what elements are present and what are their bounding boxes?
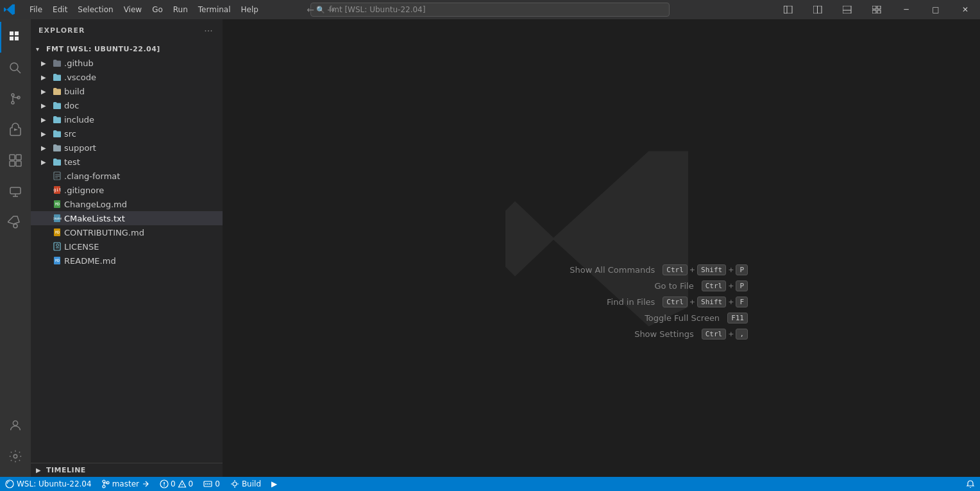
file-changelog-icon: MD [51, 199, 63, 209]
main-body: EXPLORER ··· ▾ FMT [WSL: UBUNTU-22.04] ▶… [0, 19, 980, 477]
panel-layout-btn[interactable] [832, 0, 862, 19]
kbd-ctrl-2: Ctrl [702, 280, 727, 291]
label-readme: README.md [63, 256, 223, 266]
tree-item-license[interactable]: LICENSE [31, 239, 223, 254]
activity-remote-explorer[interactable] [0, 176, 31, 207]
menu-terminal[interactable]: Terminal [193, 3, 236, 17]
shortcut-label-find: Find in Files [607, 297, 655, 307]
menu-view[interactable]: View [119, 3, 147, 17]
tree-item-github[interactable]: ▶ .github [31, 56, 223, 70]
split-editor-btn[interactable] [803, 0, 832, 19]
tree-item-support[interactable]: ▶ support [31, 141, 223, 155]
activity-settings[interactable] [0, 441, 31, 472]
label-test: test [63, 157, 223, 167]
status-build[interactable]: Build [225, 477, 266, 491]
svg-point-47 [103, 485, 105, 488]
tree-item-contributing[interactable]: MD CONTRIBUTING.md [31, 225, 223, 239]
close-button[interactable]: ✕ [950, 0, 980, 19]
timeline-section[interactable]: ▶ TIMELINE [31, 463, 223, 477]
chevron-test: ▶ [41, 159, 51, 166]
status-errors[interactable]: 0 0 [155, 477, 198, 491]
activity-run-debug[interactable] [0, 114, 31, 145]
kbd-p-2: P [736, 280, 748, 291]
tree-item-include[interactable]: ▶ include [31, 112, 223, 126]
maximize-button[interactable]: □ [921, 0, 950, 19]
shortcuts-panel: Show All Commands Ctrl + Shift + P Go to… [504, 264, 748, 340]
root-label: FMT [WSL: UBUNTU-22.04] [46, 45, 160, 53]
customize-layout-btn[interactable] [862, 0, 891, 19]
tree-item-src[interactable]: ▶ src [31, 126, 223, 141]
activity-bottom [0, 410, 31, 477]
svg-rect-4 [843, 6, 851, 13]
svg-rect-21 [10, 187, 21, 194]
tree-item-cmakelists[interactable]: cmake CMakeLists.txt [31, 211, 223, 225]
menu-go[interactable]: Go [147, 3, 168, 17]
nav-back-button[interactable]: ← [301, 2, 319, 17]
tree-item-test[interactable]: ▶ test [31, 155, 223, 169]
status-run[interactable]: ▶ [266, 477, 282, 491]
svg-text:git: git [53, 187, 62, 193]
tree-item-clang-format[interactable]: .clang-format [31, 169, 223, 183]
kbd-comma-5: , [736, 329, 748, 340]
shortcut-row-commands: Show All Commands Ctrl + Shift + P [504, 264, 748, 275]
kbd-ctrl-3: Ctrl [663, 297, 688, 307]
status-branch[interactable]: master [97, 477, 155, 491]
nav-forward-button[interactable]: → [322, 2, 340, 17]
plus-3a: + [689, 298, 695, 306]
svg-marker-16 [14, 128, 18, 131]
svg-line-11 [17, 70, 21, 74]
sidebar-more-actions[interactable]: ··· [202, 24, 215, 37]
menu-bar: File Edit Selection View Go Run Terminal… [19, 3, 264, 17]
tree-item-doc[interactable]: ▶ doc [31, 98, 223, 112]
kbd-ctrl-5: Ctrl [702, 329, 727, 340]
tree-item-build[interactable]: ▶ build [31, 84, 223, 98]
chevron-support: ▶ [41, 144, 51, 151]
command-search[interactable]: 🔍 fmt [WSL: Ubuntu-22.04] [310, 3, 670, 17]
sidebar-actions: ··· [202, 24, 215, 37]
status-ports[interactable]: 0 [198, 477, 225, 491]
status-wsl[interactable]: WSL: Ubuntu-22.04 [0, 477, 97, 491]
tree-item-vscode[interactable]: ▶ .vscode [31, 70, 223, 84]
file-gitignore-icon: git [51, 185, 63, 195]
activity-search[interactable] [0, 53, 31, 83]
menu-help[interactable]: Help [236, 3, 264, 17]
svg-rect-18 [16, 155, 21, 160]
root-chevron: ▾ [36, 46, 46, 53]
menu-file[interactable]: File [24, 3, 47, 17]
activity-test[interactable] [0, 207, 31, 237]
wsl-label: WSL: Ubuntu-22.04 [17, 479, 92, 488]
minimize-button[interactable]: ─ [891, 0, 921, 19]
menu-selection[interactable]: Selection [72, 3, 118, 17]
layout-toggle-btn[interactable] [773, 0, 803, 19]
svg-rect-0 [784, 6, 787, 13]
folder-github-icon [51, 58, 63, 68]
explorer-root-header[interactable]: ▾ FMT [WSL: UBUNTU-22.04] [31, 42, 223, 56]
shortcut-label-file: Go to File [655, 281, 694, 291]
svg-rect-9 [877, 10, 881, 13]
folder-src-icon [51, 128, 63, 139]
svg-text:MD: MD [55, 230, 60, 234]
shortcut-label-commands: Show All Commands [570, 265, 655, 275]
svg-point-24 [13, 224, 17, 228]
activity-account[interactable] [0, 410, 31, 441]
kbd-p-1: P [736, 264, 748, 275]
svg-text:MD: MD [55, 258, 60, 263]
sidebar-title: EXPLORER [38, 26, 85, 35]
menu-run[interactable]: Run [168, 3, 193, 17]
menu-edit[interactable]: Edit [47, 3, 72, 17]
activity-extensions[interactable] [0, 145, 31, 176]
kbd-ctrl-1: Ctrl [663, 264, 688, 275]
tree-item-gitignore[interactable]: git .gitignore [31, 183, 223, 197]
branch-label: master [112, 479, 139, 488]
kbd-shift-1: Shift [697, 264, 726, 275]
plus-2a: + [728, 282, 734, 290]
tree-item-changelog[interactable]: MD ChangeLog.md [31, 197, 223, 211]
notification-icon[interactable] [961, 477, 980, 491]
label-doc: doc [63, 101, 223, 110]
file-clang-icon [51, 171, 63, 181]
activity-explorer[interactable] [0, 22, 31, 53]
tree-item-readme[interactable]: MD README.md [31, 254, 223, 268]
kbd-f11: F11 [727, 313, 748, 323]
folder-vscode-icon [51, 72, 63, 82]
activity-source-control[interactable] [0, 83, 31, 114]
